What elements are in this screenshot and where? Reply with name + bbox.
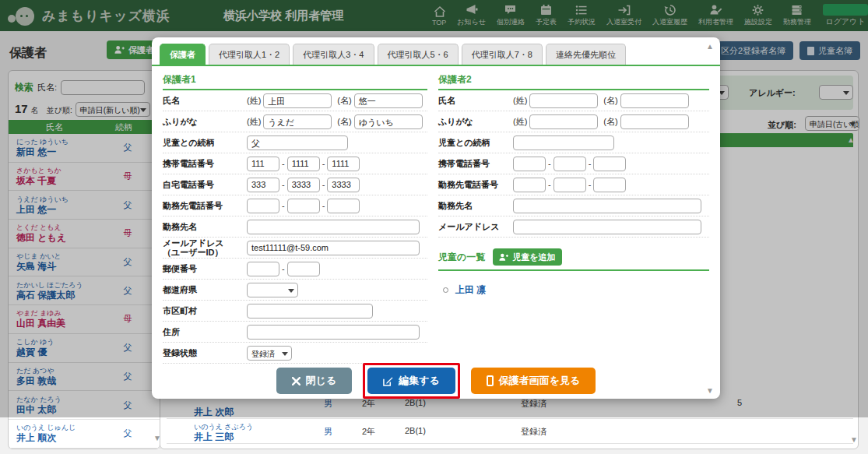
field-input[interactable]: 111 xyxy=(247,157,279,171)
guardian-row[interactable]: いのうえ じゅんじ井上 順次父 xyxy=(9,420,161,449)
tab-代理引取人7・8[interactable]: 代理引取人7・8 xyxy=(462,44,543,65)
field-input[interactable] xyxy=(593,157,626,171)
form-row: メールアドレス xyxy=(438,216,709,238)
children-scroll-down-icon[interactable]: ▼ xyxy=(850,435,858,444)
field-input[interactable] xyxy=(247,220,420,234)
form-row: 登録状態登録済 xyxy=(163,343,427,364)
field-label: 市区町村 xyxy=(163,306,247,315)
form-row: 都道府県 xyxy=(163,280,427,301)
field-input[interactable] xyxy=(247,199,279,213)
field-input[interactable] xyxy=(553,157,586,171)
field-input[interactable] xyxy=(529,93,598,108)
child-class: 2B(1) xyxy=(405,426,426,435)
field-input[interactable] xyxy=(287,262,320,276)
form-row: 市区町村 xyxy=(163,301,427,322)
field-input[interactable]: うえだ xyxy=(263,114,332,129)
tab-代理引取人3・4[interactable]: 代理引取人3・4 xyxy=(293,44,374,65)
form-row: メールアドレス（ユーザーID）test11111@t-59.com xyxy=(163,238,427,259)
field-input[interactable]: 1111 xyxy=(287,157,320,171)
close-button[interactable]: 閉じる xyxy=(276,368,353,394)
view-guardian-screen-button[interactable]: 保護者画面を見る xyxy=(471,368,596,394)
field-input[interactable] xyxy=(513,135,614,150)
field-input[interactable] xyxy=(593,178,626,192)
child-row-name[interactable]: 井上 三郎 xyxy=(194,431,234,444)
field-input[interactable] xyxy=(513,157,546,171)
child-gender: 男 xyxy=(324,426,332,438)
field-input[interactable]: 3333 xyxy=(327,178,360,192)
guardian1-heading: 保護者1 xyxy=(163,70,427,90)
form-row: 勤務先名 xyxy=(163,216,427,238)
field-input[interactable] xyxy=(247,304,373,319)
form-row: 勤務先名 xyxy=(438,195,709,216)
field-input[interactable] xyxy=(620,114,689,129)
field-input[interactable] xyxy=(529,114,598,129)
field-label: 勤務先名 xyxy=(438,201,513,210)
bullet-icon xyxy=(443,287,448,293)
tab-代理引取人1・2[interactable]: 代理引取人1・2 xyxy=(209,44,290,65)
field-label: 氏名 xyxy=(438,96,513,105)
close-icon xyxy=(292,377,300,385)
chevron-down-icon xyxy=(288,289,294,293)
field-label: 児童との続柄 xyxy=(438,138,513,147)
tab-代理引取人5・6[interactable]: 代理引取人5・6 xyxy=(378,44,459,65)
form-row: ふりがな(姓)(名) xyxy=(438,111,709,132)
child-status: 登録済 xyxy=(521,426,546,438)
field-label: 勤務先電話番号 xyxy=(163,201,247,210)
guardian-name: 井上 順次 xyxy=(16,432,108,443)
guardian2-heading: 保護者2 xyxy=(438,70,709,90)
form-row: 氏名(姓)上田(名)悠一 xyxy=(163,90,427,111)
field-input[interactable] xyxy=(247,262,279,276)
children-section-title: 児童の一覧 xyxy=(438,251,485,264)
edit-button[interactable]: 編集する xyxy=(367,368,455,394)
field-label: 住所 xyxy=(163,327,247,336)
tab-連絡先優先順位[interactable]: 連絡先優先順位 xyxy=(546,44,626,65)
field-input[interactable]: 上田 xyxy=(263,93,332,108)
field-label: ふりがな xyxy=(438,117,513,126)
modal-button-row: 閉じる 編集する 保護者画面を見る xyxy=(152,363,720,399)
guardian-kana: いのうえ じゅんじ xyxy=(16,424,108,432)
mei-label: (名) xyxy=(337,116,351,128)
field-label: 都道府県 xyxy=(163,285,247,294)
field-input[interactable] xyxy=(287,199,320,213)
form-row: 児童との続柄 xyxy=(438,132,709,153)
application-window: みまもりキッズ横浜 横浜小学校 利用者管理 TOPお知らせ個別連絡予定表予約状況… xyxy=(0,0,868,454)
field-label: 郵便番号 xyxy=(163,264,247,273)
field-select[interactable] xyxy=(247,283,298,297)
guardian1-section: 保護者1 氏名(姓)上田(名)悠一ふりがな(姓)うえだ(名)ゆういち児童との続柄… xyxy=(163,70,427,364)
form-row: 氏名(姓)(名) xyxy=(438,90,709,111)
field-input[interactable] xyxy=(327,199,360,213)
field-input[interactable] xyxy=(620,93,689,108)
form-row: 児童との続柄父 xyxy=(163,132,427,153)
field-label: 携帯電話番号 xyxy=(438,159,513,168)
field-input[interactable]: 333 xyxy=(247,178,279,192)
field-label: 登録状態 xyxy=(163,348,247,357)
mei-label: (名) xyxy=(337,95,351,107)
add-child-button[interactable]: 児童を追加 xyxy=(493,248,561,266)
children-section-header: 児童の一覧 児童を追加 xyxy=(438,248,709,271)
field-label: メールアドレス xyxy=(438,222,513,231)
field-label: 勤務先電話番号 xyxy=(438,180,513,189)
field-input[interactable] xyxy=(513,220,701,234)
field-input[interactable] xyxy=(247,325,420,340)
field-input[interactable]: test11111@t-59.com xyxy=(247,241,420,255)
edit-pencil-icon xyxy=(383,376,393,386)
field-input[interactable] xyxy=(513,178,546,192)
field-label: 児童との続柄 xyxy=(163,138,247,147)
highlight-annotation-box: 編集する xyxy=(363,363,460,399)
field-select[interactable]: 登録済 xyxy=(247,346,292,361)
child-name-link[interactable]: 上田 凛 xyxy=(455,283,486,297)
mei-label: (名) xyxy=(603,116,617,128)
child-list-item[interactable]: 上田 凛 xyxy=(443,283,709,297)
form-row: 住所 xyxy=(163,322,427,343)
field-input[interactable]: 悠一 xyxy=(354,93,423,108)
field-input[interactable] xyxy=(513,199,701,213)
modal-scroll-up-icon[interactable]: ▲ xyxy=(706,42,714,51)
field-input[interactable]: ゆういち xyxy=(354,114,423,129)
field-input[interactable]: 3333 xyxy=(287,178,320,192)
tab-保護者[interactable]: 保護者 xyxy=(160,44,206,65)
children-list: 上田 凛 xyxy=(438,283,709,297)
field-input[interactable]: 父 xyxy=(247,135,348,150)
form-row: 自宅電話番号333-3333-3333 xyxy=(163,174,427,195)
field-input[interactable] xyxy=(553,178,586,192)
field-input[interactable]: 1111 xyxy=(327,157,360,171)
